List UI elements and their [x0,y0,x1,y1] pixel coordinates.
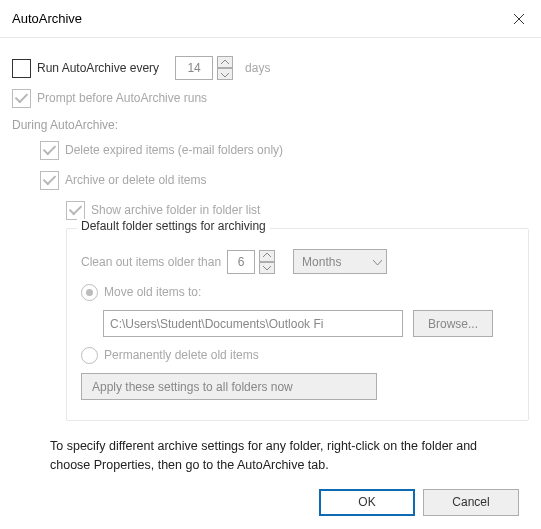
chevron-down-icon [221,72,229,77]
delete-expired-row: Delete expired items (e-mail folders onl… [12,138,529,162]
run-autoarchive-label: Run AutoArchive every [37,56,159,80]
clean-out-down[interactable] [259,262,275,274]
window-title: AutoArchive [12,11,497,26]
dialog-content: Run AutoArchive every days Prompt before… [0,38,541,529]
delete-expired-label: Delete expired items (e-mail folders onl… [65,138,283,162]
ok-button[interactable]: OK [319,489,415,516]
perm-delete-radio[interactable] [81,347,98,364]
prompt-row: Prompt before AutoArchive runs [12,86,529,110]
days-stepper [175,56,233,80]
archive-delete-label: Archive or delete old items [65,168,206,192]
clean-out-up[interactable] [259,250,275,262]
apply-all-row: Apply these settings to all folders now [81,373,514,400]
move-path-row: Browse... [81,310,514,337]
cancel-button[interactable]: Cancel [423,489,519,516]
browse-button[interactable]: Browse... [413,310,493,337]
perm-delete-row: Permanently delete old items [81,343,514,367]
clean-out-row: Clean out items older than Months [81,249,514,274]
chevron-down-icon [263,265,271,270]
archive-delete-row: Archive or delete old items [12,168,529,192]
show-folder-checkbox[interactable] [66,201,85,220]
run-autoarchive-row: Run AutoArchive every days [12,56,529,80]
days-input[interactable] [175,56,213,80]
run-autoarchive-checkbox[interactable] [12,59,31,78]
archive-delete-checkbox[interactable] [40,171,59,190]
chevron-up-icon [221,60,229,65]
default-settings-group: Default folder settings for archiving Cl… [66,228,529,421]
apply-all-button[interactable]: Apply these settings to all folders now [81,373,377,400]
footer-text: To specify different archive settings fo… [50,437,519,475]
close-button[interactable] [497,0,541,38]
clean-out-input[interactable] [227,250,255,274]
days-up[interactable] [217,56,233,68]
delete-expired-checkbox[interactable] [40,141,59,160]
clean-out-unit-select[interactable]: Months [293,249,387,274]
chevron-up-icon [263,253,271,258]
days-unit-label: days [245,56,270,80]
dialog-button-row: OK Cancel [12,489,529,526]
prompt-label: Prompt before AutoArchive runs [37,86,207,110]
close-icon [513,13,525,25]
prompt-checkbox[interactable] [12,89,31,108]
during-heading: During AutoArchive: [12,118,529,132]
move-path-input[interactable] [103,310,403,337]
move-items-row: Move old items to: [81,280,514,304]
group-caption: Default folder settings for archiving [77,219,270,233]
chevron-down-icon [373,250,382,274]
move-items-label: Move old items to: [104,280,201,304]
clean-out-unit-value: Months [302,250,341,274]
clean-out-label: Clean out items older than [81,250,221,274]
move-items-radio[interactable] [81,284,98,301]
days-down[interactable] [217,68,233,80]
titlebar: AutoArchive [0,0,541,38]
clean-out-stepper [227,250,275,274]
perm-delete-label: Permanently delete old items [104,343,259,367]
